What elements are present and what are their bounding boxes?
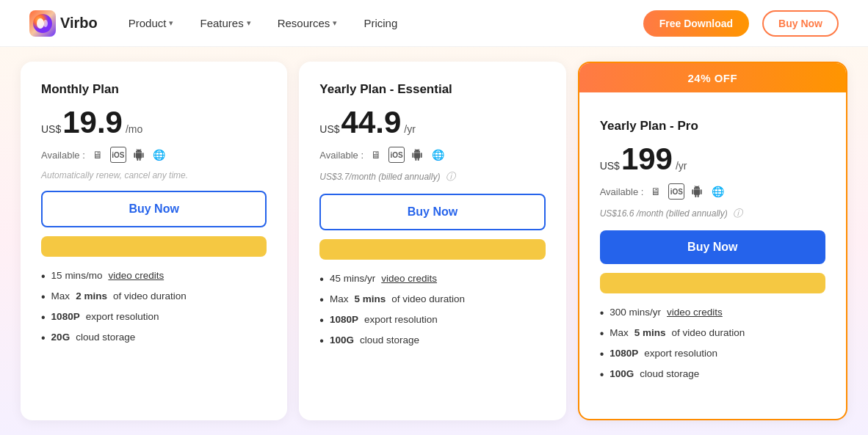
yearly-pro-plan-name: Yearly Plan - Pro [600,119,825,134]
yearly-essential-available-label: Available : [319,150,364,161]
resources-chevron-icon: ▾ [333,18,337,28]
features-chevron-icon: ▾ [247,18,251,28]
logo-icon [29,10,56,37]
yearly-pro-available-row: Available : 🖥 iOS 🌐 [600,183,825,200]
monthly-available-label: Available : [41,150,85,161]
svg-point-1 [37,18,44,29]
desktop-icon-3: 🖥 [648,183,664,200]
monthly-currency: US$ [41,123,61,135]
feature-resolution-3: 1080P export resolution [600,348,825,361]
monthly-period: /mo [126,123,142,135]
nav-features[interactable]: Features ▾ [189,11,261,35]
yearly-essential-period: /yr [404,123,416,135]
yearly-pro-available-label: Available : [600,186,644,197]
monthly-renew-note: Automatically renew, cancel any time. [41,170,267,180]
yearly-essential-price-row: US$ 44.9 /yr [319,107,545,138]
ios-icon-3: iOS [668,183,684,200]
yearly-pro-buy-button[interactable]: Buy Now [600,230,825,264]
billing-info-icon-pro[interactable]: ⓘ [733,208,742,219]
buy-now-nav-button[interactable]: Buy Now [762,10,839,37]
monthly-buy-button[interactable]: Buy Now [41,191,267,227]
yearly-essential-currency: US$ [319,123,339,135]
logo-text: Virbo [60,15,98,32]
feature-storage-3: 100G cloud storage [600,368,825,381]
feature-storage: 20G cloud storage [41,332,267,345]
pricing-section: Monthly Plan US$ 19.9 /mo Available : 🖥 … [0,47,868,435]
discount-badge: 24% OFF [579,63,846,92]
logo-area[interactable]: Virbo [29,10,98,37]
desktop-icon: 🖥 [90,147,106,163]
monthly-available-row: Available : 🖥 iOS 🌐 [41,147,267,163]
monthly-price-row: US$ 19.9 /mo [41,107,267,138]
monthly-features-list: 15 mins/mo video credits Max 2 mins of v… [41,270,267,345]
feature-storage-2: 100G cloud storage [319,335,545,348]
web-icon-3: 🌐 [709,183,726,200]
feature-resolution-2: 1080P export resolution [319,314,545,327]
monthly-plan-name: Monthly Plan [41,82,267,97]
yearly-essential-plan-card: Yearly Plan - Essential US$ 44.9 /yr Ava… [299,62,565,420]
monthly-yellow-button[interactable] [41,236,267,257]
yearly-essential-features-list: 45 mins/yr video credits Max 5 mins of v… [319,273,545,348]
yearly-pro-price-row: US$ 199 /yr [600,144,825,175]
feature-video-duration-3: Max 5 mins of video duration [600,327,825,340]
yearly-pro-features-list: 300 mins/yr video credits Max 5 mins of … [600,307,825,381]
desktop-icon-2: 🖥 [368,147,384,163]
feature-video-duration: Max 2 mins of video duration [41,290,267,304]
yearly-essential-yellow-button[interactable] [319,239,545,260]
navbar: Virbo Product ▾ Features ▾ Resources ▾ P… [0,0,868,47]
svg-point-2 [43,20,48,27]
yearly-essential-billing-note: US$3.7/month (billed annually) ⓘ [319,170,545,183]
billing-info-icon[interactable]: ⓘ [446,171,455,182]
feature-video-credits-2: 45 mins/yr video credits [319,273,545,286]
yearly-pro-plan-card: 24% OFF Yearly Plan - Pro US$ 199 /yr Av… [578,62,847,420]
monthly-plan-card: Monthly Plan US$ 19.9 /mo Available : 🖥 … [21,62,287,420]
yearly-essential-plan-name: Yearly Plan - Essential [319,82,545,97]
product-chevron-icon: ▾ [169,18,173,28]
yearly-pro-currency: US$ [600,160,620,172]
yearly-pro-amount: 199 [621,144,673,175]
web-icon: 🌐 [151,147,167,163]
ios-icon: iOS [110,147,126,163]
android-icon-3 [689,183,705,200]
ios-icon-2: iOS [388,147,405,163]
nav-resources[interactable]: Resources ▾ [267,11,348,35]
free-download-button[interactable]: Free Download [643,10,749,37]
yearly-pro-billing-note: US$16.6 /month (billed annually) ⓘ [600,207,825,220]
yearly-pro-period: /yr [676,160,687,172]
yearly-essential-available-row: Available : 🖥 iOS 🌐 [319,147,545,163]
monthly-amount: 19.9 [62,107,123,138]
nav-pricing[interactable]: Pricing [353,11,408,35]
feature-video-credits: 15 mins/mo video credits [41,270,267,283]
yearly-pro-yellow-button[interactable] [600,273,825,293]
web-icon-2: 🌐 [430,147,446,163]
feature-resolution: 1080P export resolution [41,311,267,324]
feature-video-credits-3: 300 mins/yr video credits [600,307,825,320]
android-icon-2 [409,147,425,163]
android-icon [131,147,147,163]
nav-product[interactable]: Product ▾ [118,11,184,35]
yearly-essential-buy-button[interactable]: Buy Now [319,194,545,230]
yearly-essential-amount: 44.9 [341,107,402,138]
feature-video-duration-2: Max 5 mins of video duration [319,293,545,307]
